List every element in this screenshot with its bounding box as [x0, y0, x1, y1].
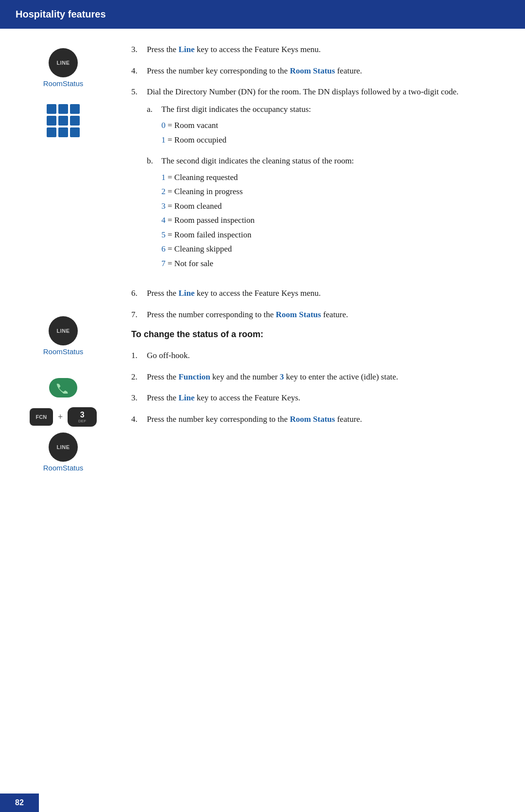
- page-number-bar: 82: [0, 794, 39, 812]
- line-key-icon-3: LINE RoomStatus: [43, 433, 84, 481]
- line-button-icon: LINE: [49, 48, 78, 77]
- sub-step-a: a. The first digit indicates the occupan…: [147, 103, 506, 148]
- line-button-icon-2: LINE: [49, 316, 78, 345]
- right-column: 3. Press the Line key to access the Feat…: [126, 43, 525, 485]
- page-header: Hospitality features: [0, 0, 525, 29]
- cleaning-item-4: 4 = Room passed inspection: [161, 214, 506, 227]
- keypad-cell: [47, 104, 56, 114]
- alpha-sub-list: a. The first digit indicates the occupan…: [147, 103, 506, 272]
- def-key-icon: 3 DEF: [68, 407, 97, 427]
- line-key-icon-1: LINE RoomStatus: [43, 48, 84, 96]
- page-content: LINE RoomStatus LINE RoomStatus: [0, 29, 525, 523]
- room-status-label-2: RoomStatus: [43, 347, 84, 356]
- offhook-icon-wrapper: [49, 378, 77, 403]
- keypad-cell: [58, 104, 68, 114]
- change-status-heading: To change the status of a room:: [131, 329, 506, 340]
- keypad-cell: [70, 104, 80, 114]
- main-steps-list: 3. Press the Line key to access the Feat…: [131, 43, 506, 321]
- step-6: 6. Press the Line key to access the Feat…: [131, 287, 506, 300]
- fcn-key-icon: FCN: [30, 408, 53, 426]
- plus-icon: +: [58, 412, 63, 422]
- cleaning-item-6: 6 = Cleaning skipped: [161, 243, 506, 255]
- page-number: 82: [15, 798, 24, 807]
- cleaning-item-2: 2 = Cleaning in progress: [161, 185, 506, 198]
- sub-step-b: b. The second digit indicates the cleani…: [147, 155, 506, 271]
- change-step-2: 2. Press the Function key and the number…: [131, 371, 506, 383]
- step-7: 7. Press the number corresponding to the…: [131, 308, 506, 321]
- change-step-1: 1. Go off-hook.: [131, 349, 506, 362]
- fcn-key-row: FCN + 3 DEF: [30, 407, 97, 427]
- occupancy-item-0: 0 = Room vacant: [161, 119, 506, 132]
- keypad-cell: [58, 116, 68, 126]
- change-steps-list: 1. Go off-hook. 2. Press the Function ke…: [131, 349, 506, 425]
- line-key-icon-2: LINE RoomStatus: [43, 316, 84, 364]
- change-step-3: 3. Press the Line key to access the Feat…: [131, 392, 506, 404]
- keypad-grid-icon: [47, 104, 80, 137]
- occupancy-list: 0 = Room vacant 1 = Room occupied: [161, 119, 506, 146]
- cleaning-item-1: 1 = Cleaning requested: [161, 171, 506, 184]
- step-3: 3. Press the Line key to access the Feat…: [131, 43, 506, 56]
- page-title: Hospitality features: [16, 9, 106, 19]
- keypad-cell: [47, 127, 56, 137]
- step-5: 5. Dial the Directory Number (DN) for th…: [131, 86, 506, 278]
- keypad-cell: [58, 127, 68, 137]
- keypad-cell: [70, 127, 80, 137]
- line-button-icon-3: LINE: [49, 433, 78, 462]
- cleaning-item-5: 5 = Room failed inspection: [161, 229, 506, 241]
- left-column: LINE RoomStatus LINE RoomStatus: [0, 43, 126, 485]
- handset-icon: [49, 378, 77, 397]
- cleaning-item-3: 3 = Room cleaned: [161, 200, 506, 213]
- keypad-cell: [70, 116, 80, 126]
- room-status-label-1: RoomStatus: [43, 79, 84, 88]
- keypad-cell: [47, 116, 56, 126]
- occupancy-item-1: 1 = Room occupied: [161, 134, 506, 146]
- cleaning-item-7: 7 = Not for sale: [161, 257, 506, 270]
- step-4: 4. Press the number key corresponding to…: [131, 65, 506, 77]
- cleaning-list: 1 = Cleaning requested 2 = Cleaning in p…: [161, 171, 506, 270]
- room-status-label-3: RoomStatus: [43, 464, 84, 472]
- change-step-4: 4. Press the number key corresponding to…: [131, 413, 506, 426]
